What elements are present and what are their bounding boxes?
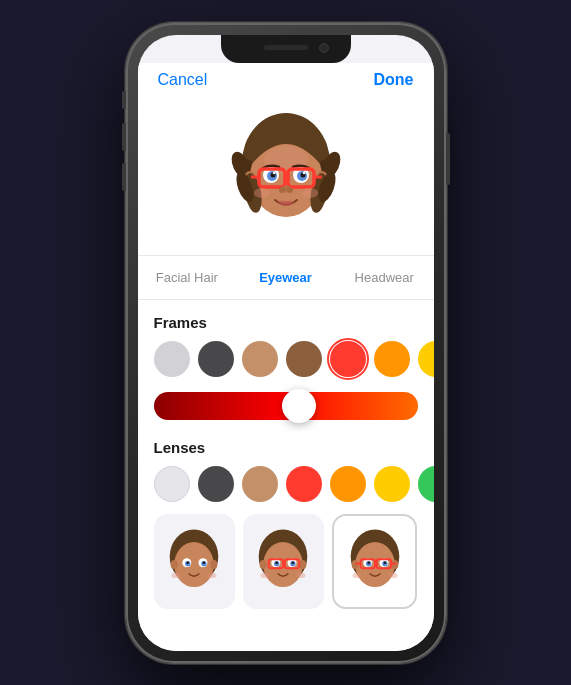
swatch-frames-tan[interactable]: [242, 341, 278, 377]
frames-section-label: Frames: [154, 314, 418, 331]
done-button[interactable]: Done: [374, 71, 414, 89]
preview-1-svg: [158, 525, 230, 597]
tab-eyewear[interactable]: Eyewear: [236, 266, 335, 289]
tab-facial-hair[interactable]: Facial Hair: [138, 266, 237, 289]
swatch-frames-light-gray[interactable]: [154, 341, 190, 377]
memoji-area: [138, 95, 434, 255]
svg-point-46: [300, 560, 307, 569]
preview-cell-2[interactable]: [243, 514, 324, 609]
swatch-lenses-dark-gray[interactable]: [198, 466, 234, 502]
preview-2-svg: [247, 525, 319, 597]
svg-point-66: [367, 561, 370, 564]
top-bar: Cancel Done: [138, 63, 434, 95]
lenses-swatch-row: [154, 466, 418, 502]
svg-point-32: [174, 542, 214, 587]
svg-point-67: [383, 561, 386, 564]
svg-point-19: [272, 171, 274, 173]
svg-point-42: [208, 573, 217, 578]
svg-point-33: [171, 560, 178, 569]
swatch-frames-orange[interactable]: [374, 341, 410, 377]
svg-point-34: [210, 560, 217, 569]
swatch-frames-dark-gray[interactable]: [198, 341, 234, 377]
swatch-lenses-red[interactable]: [286, 466, 322, 502]
swatch-frames-brown[interactable]: [286, 341, 322, 377]
svg-point-57: [297, 573, 306, 578]
swatch-frames-red[interactable]: [330, 341, 366, 377]
svg-point-51: [276, 561, 279, 564]
svg-point-52: [292, 561, 295, 564]
preview-3-svg: [339, 525, 411, 597]
memoji-svg: [221, 105, 351, 235]
svg-point-41: [172, 573, 181, 578]
phone-frame: Cancel Done: [126, 23, 446, 663]
swatch-lenses-green[interactable]: [418, 466, 434, 502]
svg-point-39: [187, 561, 190, 564]
preview-cell-1[interactable]: [154, 514, 235, 609]
svg-point-73: [352, 573, 361, 578]
svg-point-56: [261, 573, 270, 578]
swatch-frames-yellow[interactable]: [418, 341, 434, 377]
swatch-lenses-light-gray[interactable]: [154, 466, 190, 502]
swatch-lenses-orange[interactable]: [330, 466, 366, 502]
front-camera: [319, 43, 329, 53]
preview-cell-3[interactable]: [332, 514, 417, 609]
frames-slider-thumb[interactable]: [282, 389, 316, 423]
frames-swatch-row: [154, 341, 418, 377]
preview-row: [154, 514, 418, 609]
svg-point-20: [302, 171, 304, 173]
svg-point-28: [287, 187, 293, 193]
speaker: [264, 45, 308, 50]
mute-button: [122, 91, 126, 109]
swatch-lenses-tan[interactable]: [242, 466, 278, 502]
lenses-section-label: Lenses: [154, 439, 418, 456]
volume-up-button: [122, 123, 126, 151]
svg-point-45: [260, 560, 267, 569]
svg-point-27: [279, 187, 285, 193]
notch: [221, 35, 351, 63]
power-button: [446, 133, 450, 185]
content-area: Frames Lenses: [138, 300, 434, 651]
svg-point-30: [302, 188, 318, 198]
frames-slider-track: [154, 392, 418, 420]
cancel-button[interactable]: Cancel: [158, 71, 208, 89]
frames-slider-container: [154, 389, 418, 423]
phone-screen: Cancel Done: [138, 35, 434, 651]
tab-bar: Facial Hair Eyewear Headwear: [138, 255, 434, 300]
tab-headwear[interactable]: Headwear: [335, 266, 434, 289]
svg-point-29: [254, 188, 270, 198]
swatch-lenses-yellow[interactable]: [374, 466, 410, 502]
svg-point-74: [388, 573, 397, 578]
screen-content: Cancel Done: [138, 35, 434, 651]
volume-down-button: [122, 163, 126, 191]
svg-point-40: [203, 561, 206, 564]
memoji-preview: [221, 105, 351, 235]
